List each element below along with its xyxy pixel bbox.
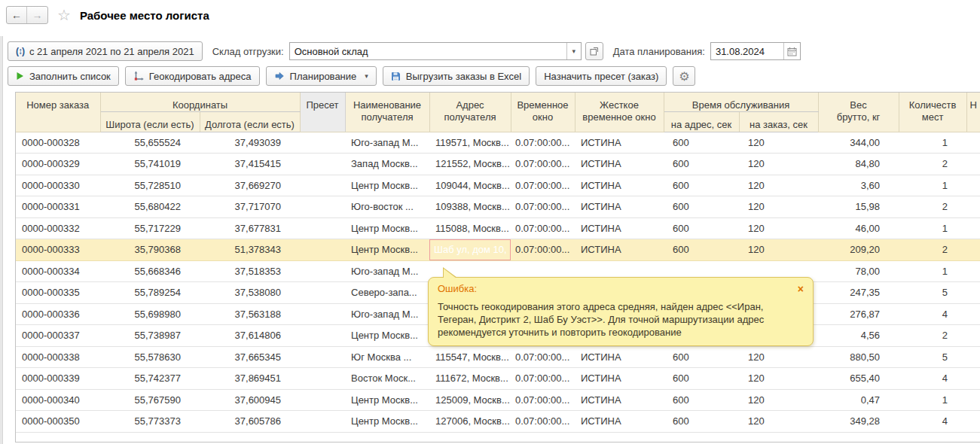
cell-preset[interactable] (300, 346, 345, 368)
cell-weight[interactable]: 3,60 (818, 175, 899, 196)
cell-lat[interactable]: 55,728510 (100, 175, 200, 196)
cell-lat[interactable]: 55,738987 (100, 325, 200, 347)
cell-lon[interactable]: 37,614806 (200, 325, 300, 347)
cell-t_addr[interactable]: 600 (664, 154, 739, 175)
cell-addr[interactable]: 109044, Москв... (429, 175, 511, 196)
cell-lon[interactable]: 37,493039 (200, 132, 300, 154)
cell-addr[interactable]: 121552, Москв... (429, 154, 511, 175)
cell-t_order[interactable]: 120 (739, 239, 818, 261)
cell-extra[interactable] (966, 217, 980, 239)
cell-lat[interactable]: 55,680422 (100, 196, 200, 218)
cell-name[interactable]: Юг Москва ... (345, 346, 429, 368)
cell-order[interactable]: 0000-000338 (16, 346, 100, 368)
cell-hard[interactable]: ИСТИНА (575, 217, 664, 239)
cell-order[interactable]: 0000-000335 (16, 282, 100, 304)
cell-places[interactable]: 2 (899, 239, 966, 261)
table-row[interactable]: 0000-00033955,74237737,869451Восток Моск… (16, 368, 980, 390)
cell-lat[interactable]: 55,773373 (100, 411, 200, 433)
cell-order[interactable]: 0000-000333 (16, 239, 100, 261)
cell-lon[interactable]: 37,669270 (200, 175, 300, 196)
cell-lon[interactable]: 37,563188 (200, 303, 300, 325)
cell-name[interactable]: Юго-запад М... (345, 132, 429, 154)
cell-preset[interactable] (300, 260, 345, 282)
col-header-time-per-order[interactable]: на заказ, сек (739, 112, 818, 132)
col-header-extra[interactable]: Н (966, 93, 980, 132)
table-row[interactable]: 0000-00033335,79036851,378343Центр Москв… (16, 239, 980, 261)
cell-preset[interactable] (300, 389, 345, 411)
cell-extra[interactable] (966, 368, 980, 390)
cell-extra[interactable] (966, 411, 980, 433)
cell-name[interactable]: Центр Москв... (345, 389, 429, 411)
cell-preset[interactable] (300, 411, 345, 433)
cell-places[interactable]: 4 (899, 303, 966, 325)
cell-name[interactable]: Восток Моск... (345, 368, 429, 390)
cell-lat[interactable]: 55,578630 (100, 346, 200, 368)
cell-lat[interactable]: 55,655524 (100, 132, 200, 154)
cell-order[interactable]: 0000-000336 (16, 303, 100, 325)
cell-hard[interactable]: ИСТИНА (575, 346, 664, 368)
export-excel-button[interactable]: Выгрузить заказы в Excel (383, 66, 530, 86)
cell-lon[interactable]: 51,378343 (200, 239, 300, 261)
cell-window[interactable]: 0.07:00:00... (511, 346, 575, 368)
cell-t_order[interactable]: 120 (739, 175, 818, 196)
cell-weight[interactable]: 247,35 (818, 282, 899, 304)
cell-window[interactable]: 0.07:00:00... (511, 239, 575, 261)
back-button[interactable]: ← (7, 7, 27, 23)
cell-order[interactable]: 0000-000334 (16, 260, 100, 282)
cell-lat[interactable]: 55,698980 (100, 303, 200, 325)
col-header-places-count[interactable]: Количеств мест (899, 93, 966, 132)
cell-lon[interactable]: 37,665345 (200, 346, 300, 368)
cell-order[interactable]: 0000-000331 (16, 196, 100, 218)
cell-lat[interactable]: 35,790368 (100, 239, 200, 261)
cell-t_order[interactable]: 120 (739, 154, 818, 175)
cell-lat[interactable]: 55,789254 (100, 282, 200, 304)
cell-lat[interactable]: 55,741019 (100, 154, 200, 175)
cell-t_addr[interactable]: 600 (664, 368, 739, 390)
cell-t_order[interactable]: 120 (739, 411, 818, 433)
cell-places[interactable]: 2 (899, 325, 966, 347)
warehouse-input[interactable] (290, 43, 566, 59)
cell-preset[interactable] (300, 303, 345, 325)
col-header-preset[interactable]: Пресет (300, 93, 345, 132)
cell-places[interactable]: 4 (899, 411, 966, 433)
cell-addr[interactable]: 119571, Москв... (429, 132, 511, 154)
warehouse-open-button[interactable] (585, 42, 603, 60)
cell-places[interactable]: 1 (899, 389, 966, 411)
cell-order[interactable]: 0000-000350 (16, 411, 100, 433)
cell-window[interactable]: 0.07:00:00... (511, 175, 575, 196)
table-row[interactable]: 0000-00032855,65552437,493039Юго-запад М… (16, 132, 980, 154)
cell-preset[interactable] (300, 282, 345, 304)
cell-window[interactable]: 0.07:00:00... (511, 132, 575, 154)
cell-hard[interactable]: ИСТИНА (575, 239, 664, 261)
cell-t_addr[interactable]: 600 (664, 239, 739, 261)
cell-lat[interactable]: 55,742377 (100, 368, 200, 390)
cell-hard[interactable]: ИСТИНА (575, 389, 664, 411)
cell-t_order[interactable]: 120 (739, 346, 818, 368)
cell-t_addr[interactable]: 600 (664, 217, 739, 239)
col-header-service-time[interactable]: Время обслуживания (664, 93, 818, 112)
cell-lon[interactable]: 37,605786 (200, 411, 300, 433)
table-row[interactable]: 0000-00033255,71722937,677831Центр Москв… (16, 217, 980, 239)
col-header-order-no[interactable]: Номер заказа (16, 93, 100, 132)
cell-t_order[interactable]: 120 (739, 132, 818, 154)
cell-name[interactable]: Центр Москв... (345, 217, 429, 239)
cell-order[interactable]: 0000-000339 (16, 368, 100, 390)
cell-name[interactable]: Центр Москв... (345, 411, 429, 433)
cell-weight[interactable]: 46,00 (818, 217, 899, 239)
table-row[interactable]: 0000-00033155,68042237,717070Юго-восток … (16, 196, 980, 218)
cell-weight[interactable]: 349,28 (818, 411, 899, 433)
col-header-time-window[interactable]: Временное окно (511, 93, 575, 132)
date-picker-button[interactable] (783, 43, 800, 59)
cell-weight[interactable]: 344,00 (818, 132, 899, 154)
cell-hard[interactable]: ИСТИНА (575, 175, 664, 196)
table-row[interactable]: 0000-00033855,57863037,665345Юг Москва .… (16, 346, 980, 368)
col-header-hard-window[interactable]: Жесткое временное окно (575, 93, 664, 132)
cell-order[interactable]: 0000-000337 (16, 325, 100, 347)
col-header-gross-weight[interactable]: Вес брутто, кг (818, 93, 899, 132)
cell-places[interactable]: 2 (899, 154, 966, 175)
cell-preset[interactable] (300, 217, 345, 239)
cell-places[interactable]: 1 (899, 132, 966, 154)
period-button[interactable]: (↕​) с 21 апреля 2021 по 21 апреля 2021 (8, 41, 203, 61)
col-header-recipient-name[interactable]: Наименование получателя (345, 93, 429, 132)
cell-places[interactable]: 5 (899, 346, 966, 368)
